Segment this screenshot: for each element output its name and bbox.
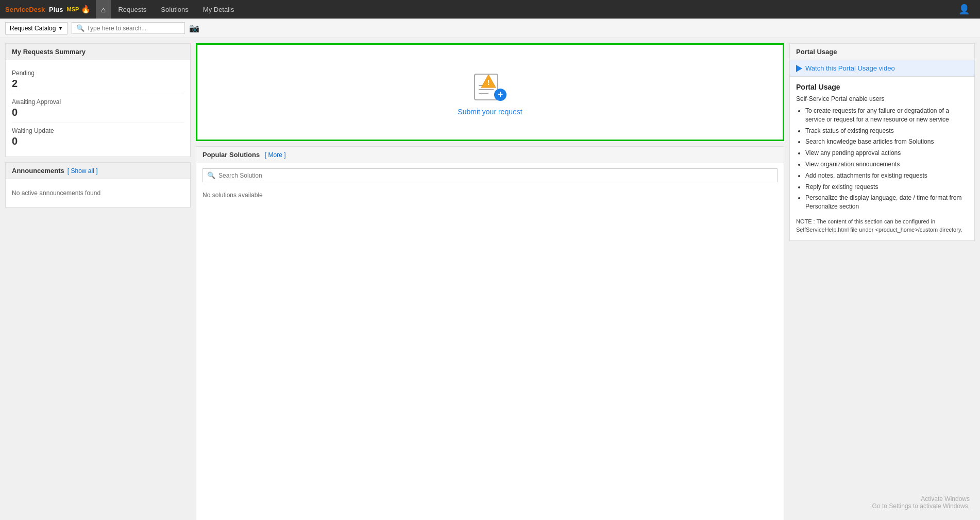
solution-search-icon: 🔍 xyxy=(207,171,215,179)
awaiting-value: 0 xyxy=(12,107,184,118)
nav-my-details[interactable]: My Details xyxy=(196,0,242,19)
announcements-title: Announcements xyxy=(12,167,64,175)
portal-feature-item: View organization announcements xyxy=(805,160,968,169)
submit-request-box[interactable]: ! + Submit your request xyxy=(196,43,784,141)
waiting-update-item: Waiting Update 0 xyxy=(12,123,184,151)
pending-item: Pending 2 xyxy=(12,65,184,94)
portal-intro: Self-Service Portal enable users xyxy=(796,95,968,102)
requests-summary-header: My Requests Summary xyxy=(6,44,190,60)
pending-label: Pending xyxy=(12,70,184,77)
home-button[interactable]: ⌂ xyxy=(96,0,111,19)
portal-usage-panel: Portal Usage Watch this Portal Usage vid… xyxy=(789,43,975,241)
main-layout: My Requests Summary Pending 2 Awaiting A… xyxy=(0,38,980,520)
portal-usage-title-bar: Portal Usage xyxy=(790,44,974,60)
toolbar: Request Catalog ▼ 🔍 📷 xyxy=(0,19,980,38)
no-solutions-text: No solutions available xyxy=(196,187,784,203)
catalog-dropdown[interactable]: Request Catalog ▼ xyxy=(5,22,67,34)
user-profile-icon[interactable]: 👤 xyxy=(953,4,975,15)
portal-usage-body: Portal Usage Self-Service Portal enable … xyxy=(790,77,974,240)
nav-solutions[interactable]: Solutions xyxy=(154,0,195,19)
announcements-card: Announcements [ Show all ] No active ann… xyxy=(5,162,191,207)
pending-value: 2 xyxy=(12,78,184,90)
waiting-value: 0 xyxy=(12,135,184,147)
right-panel: Portal Usage Watch this Portal Usage vid… xyxy=(789,43,975,520)
portal-feature-item: View any pending approval actions xyxy=(805,149,968,158)
search-bar: 🔍 xyxy=(72,22,185,34)
popular-solutions-header: Popular Solutions [ More ] xyxy=(196,147,784,163)
announcements-body: No active announcements found xyxy=(6,179,190,207)
camera-icon-button[interactable]: 📷 xyxy=(189,23,199,33)
submit-request-label[interactable]: Submit your request xyxy=(458,108,522,116)
awaiting-label: Awaiting Approval xyxy=(12,98,184,106)
home-icon: ⌂ xyxy=(101,5,106,14)
awaiting-approval-item: Awaiting Approval 0 xyxy=(12,94,184,123)
search-input[interactable] xyxy=(87,25,179,32)
submit-request-inner[interactable]: ! + Submit your request xyxy=(458,69,522,116)
left-sidebar: My Requests Summary Pending 2 Awaiting A… xyxy=(5,43,191,520)
activate-windows-watermark: Activate Windows Go to Settings to activ… xyxy=(872,495,970,510)
search-icon: 🔍 xyxy=(76,24,85,32)
solution-search-bar: 🔍 xyxy=(202,168,778,182)
camera-icon: 📷 xyxy=(189,24,199,32)
waiting-label: Waiting Update xyxy=(12,127,184,134)
portal-video-button[interactable]: Watch this Portal Usage video xyxy=(790,60,974,77)
play-icon xyxy=(796,65,802,72)
portal-feature-item: Add notes, attachments for existing requ… xyxy=(805,171,968,180)
announcements-header: Announcements [ Show all ] xyxy=(6,163,190,179)
portal-feature-item: Personalize the display language, date /… xyxy=(805,194,968,211)
popular-solutions-section: Popular Solutions [ More ] 🔍 No solution… xyxy=(196,146,784,520)
catalog-label: Request Catalog xyxy=(10,25,56,32)
popular-solutions-title: Popular Solutions xyxy=(202,151,260,159)
portal-feature-item: To create requests for any failure or de… xyxy=(805,107,968,124)
dropdown-arrow-icon: ▼ xyxy=(58,25,63,31)
svg-text:+: + xyxy=(498,89,503,99)
requests-summary-card: My Requests Summary Pending 2 Awaiting A… xyxy=(5,43,191,157)
svg-text:!: ! xyxy=(487,78,490,86)
center-content: ! + Submit your request Popular Solution… xyxy=(196,43,784,520)
portal-feature-item: Reply for existing requests xyxy=(805,183,968,192)
requests-summary-body: Pending 2 Awaiting Approval 0 Waiting Up… xyxy=(6,60,190,157)
portal-video-label: Watch this Portal Usage video xyxy=(805,64,895,72)
brand-logo: ServiceDesk Plus MSP 🔥 xyxy=(5,5,91,14)
portal-usage-heading: Portal Usage xyxy=(796,83,968,91)
submit-request-illustration: ! + xyxy=(472,69,508,102)
portal-feature-item: Track status of existing requests xyxy=(805,127,968,135)
no-announcements-text: No active announcements found xyxy=(12,184,184,202)
portal-features-list: To create requests for any failure or de… xyxy=(796,107,968,211)
more-link[interactable]: [ More ] xyxy=(265,151,286,159)
nav-requests[interactable]: Requests xyxy=(111,0,154,19)
portal-note: NOTE : The content of this section can b… xyxy=(796,217,968,234)
submit-icon-container: ! + xyxy=(472,69,508,102)
show-all-link[interactable]: [ Show all ] xyxy=(67,167,98,175)
top-navigation: ServiceDesk Plus MSP 🔥 ⌂ Requests Soluti… xyxy=(0,0,980,19)
portal-feature-item: Search knowledge base articles from Solu… xyxy=(805,137,968,146)
solution-search-input[interactable] xyxy=(218,172,773,179)
